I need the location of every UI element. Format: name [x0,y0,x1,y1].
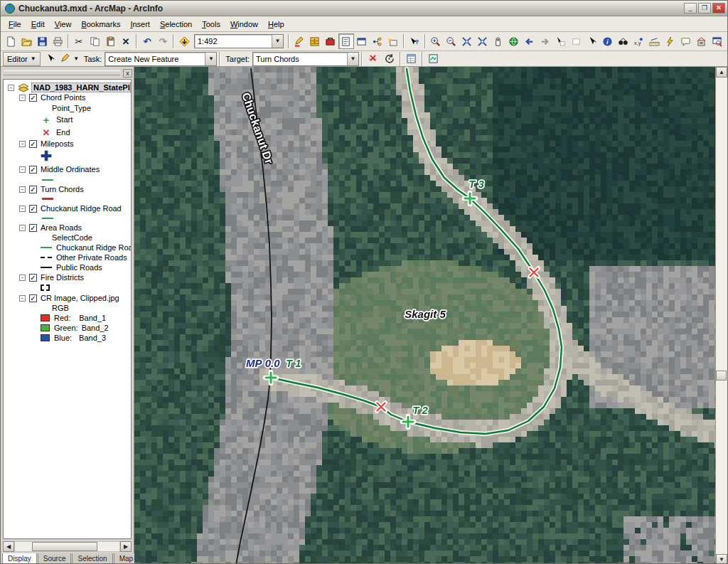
target-combobox[interactable]: Turn Chords ▼ [252,52,359,66]
toc-horizontal-scrollbar[interactable]: ◀ ▶ [3,541,132,552]
edit-tool-icon[interactable] [42,51,58,67]
zoom-out-icon[interactable] [444,33,459,49]
chevron-down-icon[interactable]: ▼ [272,35,283,48]
sketch-tool-icon[interactable]: ▼ [58,51,81,67]
menu-window[interactable]: Window [225,18,263,31]
scroll-track[interactable] [14,541,120,552]
hyperlink-lightning-icon[interactable] [663,33,678,49]
measure-icon[interactable] [647,33,663,49]
toc-dataframe-row[interactable]: - NAD_1983_HARN_StatePlane_W [4,83,131,92]
layer-checkbox[interactable]: ✓ [29,94,37,102]
map-vertical-scrollbar[interactable]: ▲ ▼ [715,67,727,564]
layer-row-cr-image[interactable]: - ✓ CR Image, Clipped.jpg [4,293,131,303]
fixed-zoom-out-icon[interactable] [475,33,491,49]
identify-icon[interactable]: i [600,33,616,49]
zoom-in-icon[interactable] [428,33,444,49]
collapse-icon[interactable]: - [19,166,26,173]
cut-icon[interactable]: ✂ [71,33,87,49]
paste-icon[interactable] [102,33,118,49]
collapse-icon[interactable]: - [19,186,26,193]
table-of-contents-toggle-icon[interactable] [338,33,354,49]
whats-this-icon[interactable]: ? [407,33,422,49]
menu-selection[interactable]: Selection [155,18,197,31]
menu-file[interactable]: File [4,18,26,31]
select-features-icon[interactable] [553,33,569,49]
collapse-icon[interactable]: - [19,141,26,147]
sketch-properties-icon[interactable] [425,51,441,67]
map-canvas[interactable] [134,67,715,564]
chevron-down-icon[interactable]: ▼ [347,53,358,65]
attributes-icon[interactable] [403,51,419,67]
rotate-tool-icon[interactable] [381,51,397,67]
layer-row-turn-chords[interactable]: - ✓ Turn Chords [4,184,131,194]
map-view[interactable] [134,67,715,564]
scale-combobox[interactable]: 1:492 ▼ [194,34,284,48]
editor-menu-button[interactable]: Editor▼ [3,52,41,66]
scroll-right-icon[interactable]: ▶ [120,541,132,552]
layer-checkbox[interactable]: ✓ [29,224,37,232]
add-data-icon[interactable] [176,33,192,49]
launch-star-icon[interactable]: ★ [385,33,401,49]
delete-icon[interactable]: ✕ [118,33,134,49]
minimize-button[interactable]: _ [684,3,697,14]
print-icon[interactable] [50,33,65,49]
arctoolbox-icon[interactable] [323,33,338,49]
toc-gripper[interactable] [4,70,120,75]
arccatalog-icon[interactable] [307,33,323,49]
save-icon[interactable] [34,33,50,49]
scroll-left-icon[interactable]: ◀ [3,541,14,552]
pan-icon[interactable] [491,33,506,49]
redo-icon[interactable]: ↷ [155,33,171,49]
scroll-down-icon[interactable]: ▼ [716,554,727,564]
go-forward-extent-icon[interactable] [537,33,553,49]
tab-source[interactable]: Source [38,553,72,564]
editor-toolbar-toggle-icon[interactable] [291,33,307,49]
viewer-window-icon[interactable] [354,33,370,49]
scroll-thumb[interactable] [716,371,727,381]
command-branch-icon[interactable] [370,33,385,49]
task-combobox[interactable]: Create New Feature ▼ [105,52,217,66]
layer-checkbox[interactable]: ✓ [29,140,37,148]
menu-tools[interactable]: Tools [197,18,225,31]
layer-row-chuckanut-ridge-road[interactable]: - ✓ Chuckanut Ridge Road [4,203,131,213]
layer-checkbox[interactable]: ✓ [29,274,37,282]
find-icon[interactable] [616,33,631,49]
copy-icon[interactable] [87,33,102,49]
collapse-icon[interactable]: - [19,206,26,212]
go-back-extent-icon[interactable] [522,33,537,49]
clear-selection-icon[interactable] [569,33,584,49]
open-icon[interactable] [18,33,34,49]
chevron-down-icon[interactable]: ▼ [205,53,216,65]
layer-checkbox[interactable]: ✓ [29,205,37,213]
tab-selection[interactable]: Selection [72,553,112,564]
menu-help[interactable]: Help [263,18,289,31]
window-magnifier-icon[interactable] [710,33,725,49]
layer-row-mileposts[interactable]: - ✓ Mileposts [4,139,131,149]
collapse-icon[interactable]: - [19,95,26,101]
go-to-xy-icon[interactable]: x,y [631,33,647,49]
restore-button[interactable]: ❐ [698,3,711,14]
undo-icon[interactable]: ↶ [139,33,155,49]
layer-checkbox[interactable]: ✓ [29,166,37,174]
collapse-icon[interactable]: - [19,295,26,302]
html-popup-icon[interactable] [678,33,694,49]
fixed-zoom-in-icon[interactable] [459,33,475,49]
scroll-up-icon[interactable]: ▲ [716,67,727,78]
layer-checkbox[interactable]: ✓ [29,186,37,193]
scroll-thumb[interactable] [32,542,97,551]
split-tool-icon[interactable] [365,51,381,67]
menu-insert[interactable]: Insert [125,18,155,31]
scroll-track[interactable] [716,78,727,554]
new-map-icon[interactable] [3,33,18,49]
collapse-icon[interactable]: - [19,275,26,281]
menu-bookmarks[interactable]: Bookmarks [76,18,125,31]
menu-view[interactable]: View [50,18,77,31]
select-elements-icon[interactable] [584,33,600,49]
collapse-icon[interactable]: - [8,85,14,91]
toc-close-icon[interactable]: x [123,69,132,78]
layer-row-area-roads[interactable]: - ✓ Area Roads [4,223,131,233]
collapse-icon[interactable]: - [19,225,26,231]
layer-row-middle-ordinates[interactable]: - ✓ Middle Ordinates [4,164,131,175]
menu-edit[interactable]: Edit [26,18,50,31]
tab-display[interactable]: Display [2,553,37,564]
